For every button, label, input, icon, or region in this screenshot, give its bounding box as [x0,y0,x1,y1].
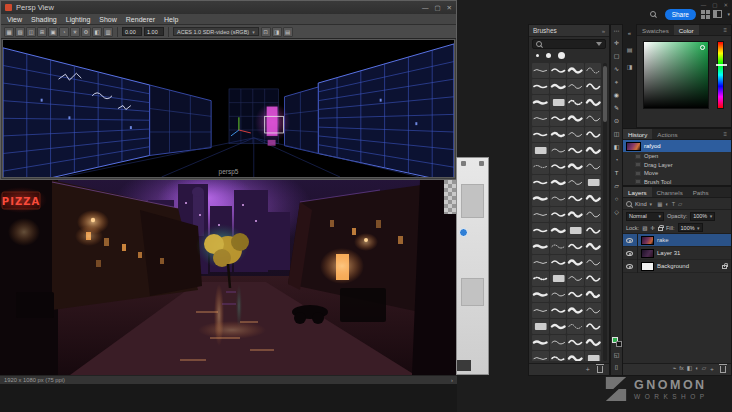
dock-panel-icon[interactable]: ▤ [627,46,633,53]
brush-preset[interactable] [567,79,584,94]
maya-menu-item[interactable]: Show [99,16,117,23]
maximize-icon[interactable]: ▢ [712,2,717,8]
brush-preset[interactable] [585,111,602,126]
toolbar-ellipsis-icon[interactable]: ⋯ [614,28,620,35]
brush-preset[interactable] [567,95,584,110]
visibility-eye-icon[interactable] [626,264,633,269]
panel-menu-icon[interactable]: ≡ [719,129,731,139]
layer-name[interactable]: Layer 31 [657,250,680,256]
brush-preset[interactable] [567,351,584,361]
brush-preset[interactable] [550,303,567,318]
brush-preset[interactable] [532,95,549,110]
brush-preset[interactable] [567,319,584,334]
maya-toolbar-icon[interactable]: ☀ [70,27,80,37]
brush-preset[interactable] [550,335,567,350]
chevron-down-icon[interactable]: ▾ [727,11,730,17]
scrollbar[interactable] [603,63,607,361]
layer-filter-icon[interactable]: T [672,201,675,207]
brush-preset[interactable] [532,319,549,334]
brush-preset-list[interactable] [532,63,601,361]
background-color-swatch[interactable] [616,341,622,347]
brush-preset[interactable] [532,223,549,238]
lock-option-icon[interactable]: ▨ [642,225,647,231]
brush-preset[interactable] [532,351,549,361]
fill-input[interactable]: 100% ▾ [678,223,703,232]
brush-preset[interactable] [567,143,584,158]
brush-preset[interactable] [550,175,567,190]
brush-preset[interactable] [532,287,549,302]
tab-layers[interactable]: Layers [623,187,652,197]
layer-name[interactable]: rake [657,237,669,243]
layer-filter-icon[interactable]: ▱ [678,201,682,207]
maya-menu-item[interactable]: View [7,16,22,23]
brush-preset[interactable] [585,127,602,142]
maya-toolbar-icon[interactable]: ⊡ [261,27,271,37]
visibility-eye-icon[interactable] [626,238,633,243]
brush-preset[interactable] [567,63,584,78]
brush-preset[interactable] [585,319,602,334]
brush-preset[interactable] [550,351,567,361]
maya-toolbar-icon[interactable]: ⚙ [81,27,91,37]
maya-toolbar-icon[interactable]: ▥ [103,27,113,37]
clone-stamp-tool-icon[interactable]: ⊙ [614,118,619,125]
brush-preset[interactable] [585,159,602,174]
brush-preset[interactable] [567,271,584,286]
brush-preset[interactable] [532,111,549,126]
brushes-panel-header[interactable]: Brushes » [529,25,609,37]
brush-preset[interactable] [585,303,602,318]
brush-preset[interactable] [550,271,567,286]
brush-preset[interactable] [550,207,567,222]
tab-swatches[interactable]: Swatches [637,25,674,35]
dodge-tool-icon[interactable]: ◔ [615,157,619,164]
brush-preset[interactable] [585,335,602,350]
zoom-tool-icon[interactable]: ◇ [614,209,619,216]
brush-preset[interactable] [567,159,584,174]
brush-size-medium[interactable] [546,53,551,58]
layer-filter-icon[interactable]: ◐ [665,201,668,207]
brush-preset[interactable] [550,191,567,206]
brush-preset[interactable] [585,63,602,78]
photoshop-canvas[interactable]: PIZZA [0,180,457,375]
brush-preset[interactable] [550,239,567,254]
maximize-icon[interactable]: ▢ [434,4,440,12]
tab-history[interactable]: History [623,129,652,139]
gamma-field[interactable]: 1.00 [144,27,164,36]
brush-preset[interactable] [567,127,584,142]
layer-action-icon[interactable]: ⌁ [673,365,677,374]
brush-preset[interactable] [550,319,567,334]
maya-toolbar-icon[interactable]: ◫ [26,27,36,37]
layer-action-icon[interactable]: ◐ [695,365,699,374]
maya-toolbar-icon[interactable]: ◧ [92,27,102,37]
scrollbar-thumb[interactable] [603,66,607,122]
brush-preset[interactable] [550,63,567,78]
brush-preset[interactable] [532,271,549,286]
maya-toolbar-icon[interactable]: ◔ [59,27,69,37]
brush-preset[interactable] [567,239,584,254]
brush-size-presets[interactable] [529,50,609,61]
layer-row-background[interactable]: Background [623,260,731,273]
brush-preset[interactable] [567,335,584,350]
brush-preset[interactable] [532,239,549,254]
minimize-icon[interactable]: — [422,4,429,12]
brush-preset[interactable] [567,303,584,318]
layer-filter-icon[interactable]: ▦ [657,201,662,207]
color-picker-ring[interactable] [700,45,705,50]
dock-panel-icon[interactable]: ◨ [627,63,633,70]
eraser-tool-icon[interactable]: ◫ [614,131,620,138]
dock-panel-icon[interactable]: « [628,30,631,36]
opacity-input[interactable]: 100% ▾ [690,212,715,221]
brush-preset[interactable] [585,287,602,302]
eyedropper-tool-icon[interactable]: ◉ [614,92,619,99]
filter-kind-label[interactable]: Kind [635,201,647,207]
maya-menu-item[interactable]: Help [164,16,178,23]
layer-row-layer31[interactable]: Layer 31 [623,247,731,260]
brush-preset[interactable] [567,255,584,270]
layer-action-icon[interactable]: ＋ [709,365,715,374]
lock-all-icon[interactable] [658,227,663,231]
status-arrow-icon[interactable]: › [451,377,453,383]
foreground-background-swatches[interactable] [612,337,622,347]
brush-preset[interactable] [550,223,567,238]
brush-preset[interactable] [585,143,602,158]
panel-minimize-icon[interactable] [461,161,466,166]
maya-toolbar-icon[interactable]: ▣ [48,27,58,37]
